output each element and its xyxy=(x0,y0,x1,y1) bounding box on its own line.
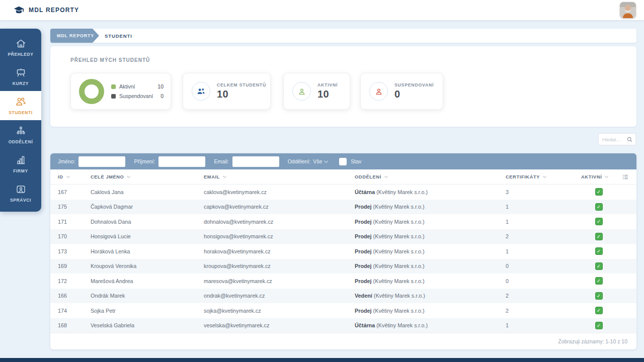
active-checkbox-icon[interactable]: ✓ xyxy=(595,277,603,285)
admin-badge-icon xyxy=(16,184,26,195)
cell-name: Kroupová Veronika xyxy=(91,263,204,269)
active-checkbox-icon[interactable]: ✓ xyxy=(595,262,603,270)
cell-certificates: 1 xyxy=(506,322,581,328)
cell-id: 169 xyxy=(58,263,91,269)
search-input[interactable] xyxy=(602,137,626,142)
email-filter-input[interactable] xyxy=(232,156,279,167)
user-avatar[interactable] xyxy=(620,2,636,18)
students-overview-panel: PŘEHLED MÝCH STUDENTŮ Aktivní 10 Suspend… xyxy=(50,46,636,127)
user-icon-red xyxy=(369,82,388,101)
cell-active: ✓ xyxy=(581,188,616,196)
legend-item-suspended: Suspendovaní 0 xyxy=(111,93,164,99)
cell-certificates: 1 xyxy=(506,248,581,254)
last-name-filter-input[interactable] xyxy=(158,156,205,167)
list-columns-icon xyxy=(622,173,629,180)
active-checkbox-icon[interactable]: ✓ xyxy=(595,188,603,196)
org-chart-icon xyxy=(16,126,26,136)
sort-icon xyxy=(384,174,388,177)
students-icon xyxy=(15,96,26,107)
sidebar: PŘEHLEDY KURZY STUDENTI ODDĚLENÍ FIRMY S… xyxy=(0,29,41,212)
column-header-id[interactable]: ID xyxy=(58,174,91,179)
column-header-email[interactable]: EMAIL xyxy=(204,174,355,179)
cell-email: horakova@kvetinymarek.cz xyxy=(204,248,355,254)
column-header-active[interactable]: AKTIVNÍ xyxy=(581,174,616,179)
active-checkbox-icon[interactable]: ✓ xyxy=(595,322,603,329)
cell-email: sojka@kvetinymarek.cz xyxy=(204,308,355,314)
cell-active: ✓ xyxy=(581,262,616,270)
sort-icon xyxy=(66,174,69,177)
cell-name: Marešová Andrea xyxy=(91,278,204,284)
sort-icon xyxy=(543,174,546,177)
cell-id: 175 xyxy=(58,204,91,210)
sidebar-item-prehledy[interactable]: PŘEHLEDY xyxy=(0,33,41,62)
column-header-name[interactable]: CELÉ JMÉNO xyxy=(91,174,204,179)
active-checkbox-icon[interactable]: ✓ xyxy=(595,307,603,314)
cell-name: Veselská Gabriela xyxy=(91,322,204,328)
cell-name: Dohnalová Dana xyxy=(91,219,204,225)
cell-id: 174 xyxy=(58,308,91,314)
donut-chart-card: Aktivní 10 Suspendovaní 0 xyxy=(70,73,171,110)
sidebar-item-oddeleni[interactable]: ODDĚLENÍ xyxy=(0,120,41,149)
legend-swatch-green xyxy=(111,84,116,89)
sort-icon xyxy=(223,174,226,177)
email-filter-label: Email: xyxy=(214,158,228,164)
users-icon xyxy=(192,82,210,101)
department-filter-value: Vše xyxy=(313,158,322,164)
cell-email: ondrak@kvetinymarek.cz xyxy=(204,293,355,299)
active-checkbox-icon[interactable]: ✓ xyxy=(595,247,603,255)
sidebar-item-spravci[interactable]: SPRÁVCI xyxy=(0,178,41,208)
cell-department: Účtárna (Květiny Marek s.r.o.) xyxy=(355,189,506,195)
first-name-filter-label: Jméno: xyxy=(58,158,75,164)
department-filter-dropdown[interactable]: Oddělení: Vše xyxy=(288,158,328,164)
cell-name: Ondrák Marek xyxy=(91,293,204,299)
sidebar-item-firmy[interactable]: FIRMY xyxy=(0,149,41,178)
cell-certificates: 2 xyxy=(506,233,581,239)
table-row: 175 Čapková Dagmar capkova@kvetinymarek.… xyxy=(50,200,636,215)
cell-name: Honsigová Lucie xyxy=(91,233,204,239)
graduation-cap-icon xyxy=(14,5,24,16)
cell-certificates: 2 xyxy=(506,308,581,314)
cell-name: Čapková Dagmar xyxy=(91,204,204,210)
last-name-filter-label: Příjmení: xyxy=(134,158,155,164)
column-header-department[interactable]: ODDĚLENÍ xyxy=(355,174,506,179)
cell-certificates: 1 xyxy=(506,204,581,210)
status-filter-checkbox[interactable] xyxy=(339,158,347,165)
search-row xyxy=(50,133,636,145)
sidebar-item-kurzy[interactable]: KURZY xyxy=(0,62,41,91)
sidebar-item-studenti[interactable]: STUDENTI xyxy=(0,91,41,120)
cell-active: ✓ xyxy=(581,247,616,255)
search-icon[interactable] xyxy=(626,136,633,143)
table-body: 167 Caklová Jana caklova@kvetinymarek.cz… xyxy=(50,185,636,333)
active-checkbox-icon[interactable]: ✓ xyxy=(595,203,603,211)
cell-email: caklova@kvetinymarek.cz xyxy=(204,189,355,195)
cell-certificates: 2 xyxy=(506,293,581,299)
breadcrumb-current: STUDENTI xyxy=(105,29,132,43)
cell-id: 172 xyxy=(58,278,91,284)
column-header-certificates[interactable]: CERTIFIKÁTY xyxy=(506,174,581,179)
sort-icon xyxy=(605,174,608,177)
students-donut-chart xyxy=(79,79,104,104)
cell-active: ✓ xyxy=(581,233,616,240)
table-header: ID CELÉ JMÉNO EMAIL ODDĚLENÍ CERTIFIKÁTY… xyxy=(50,169,636,185)
active-checkbox-icon[interactable]: ✓ xyxy=(595,233,603,240)
cell-department: Prodej (Květiny Marek s.r.o.) xyxy=(355,308,506,314)
column-settings-button[interactable] xyxy=(616,173,629,180)
table-row: 167 Caklová Jana caklova@kvetinymarek.cz… xyxy=(50,185,636,200)
breadcrumb-root[interactable]: MDL REPORTY xyxy=(50,29,99,43)
cell-id: 167 xyxy=(58,189,91,195)
total-students-card: CELKEM STUDENTŮ 10 xyxy=(183,73,271,110)
cell-email: kroupova@kvetinymarek.cz xyxy=(204,263,355,269)
active-checkbox-icon[interactable]: ✓ xyxy=(595,218,603,225)
table-footer: Zobrazuji záznamy: 1-10 z 10 xyxy=(50,333,636,349)
cell-active: ✓ xyxy=(581,277,616,285)
cell-active: ✓ xyxy=(581,322,616,329)
table-row: 171 Dohnalová Dana dohnalova@kvetinymare… xyxy=(50,214,636,229)
sort-icon xyxy=(127,174,130,177)
first-name-filter-input[interactable] xyxy=(78,156,125,167)
bottom-bar xyxy=(0,358,644,362)
cell-email: honsigova@kvetinymarek.cz xyxy=(204,233,355,239)
overview-title: PŘEHLED MÝCH STUDENTŮ xyxy=(70,57,150,63)
table-row: 173 Horáková Lenka horakova@kvetinymarek… xyxy=(50,244,636,259)
active-checkbox-icon[interactable]: ✓ xyxy=(595,292,603,300)
cell-id: 170 xyxy=(58,233,91,239)
